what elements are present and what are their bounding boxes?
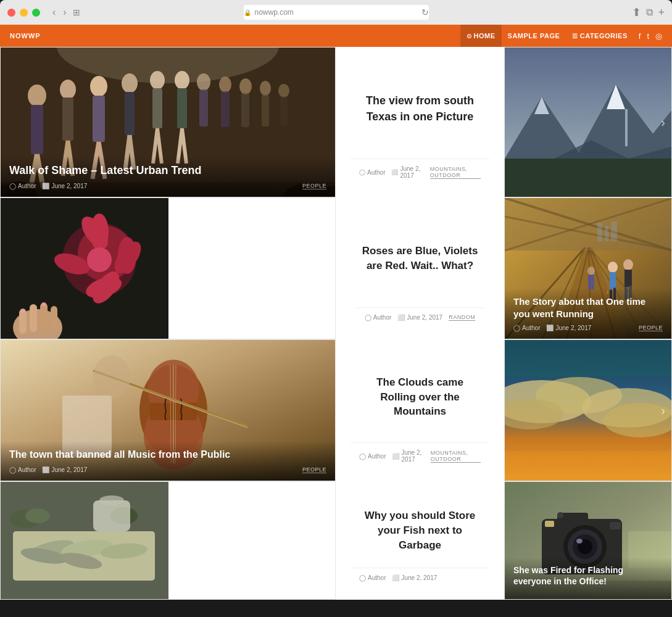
post-card-2[interactable]: The view from south Texas in one Picture… — [336, 47, 504, 197]
post-card-10[interactable] — [0, 481, 336, 600]
post-card-8[interactable]: The Clouds came Rolling over the Mountai… — [336, 339, 504, 481]
categories-icon: ☰ — [572, 33, 578, 39]
share-button[interactable]: ⬆ — [632, 6, 641, 19]
post-title-12: She was Fired for Flashing everyone in t… — [513, 565, 663, 587]
forward-button[interactable]: › — [60, 6, 68, 19]
post-category-6[interactable]: PEOPLE — [639, 325, 663, 331]
user-icon-11: ◯ — [359, 574, 366, 581]
refresh-icon[interactable]: ↻ — [421, 7, 429, 17]
close-button[interactable] — [7, 9, 15, 17]
post-title-11: Why you should Store your Fish next to G… — [360, 508, 479, 552]
post-author-1: ◯ Author — [9, 183, 36, 189]
minimize-button[interactable] — [20, 9, 28, 17]
browser-nav-arrows: ‹ › — [50, 6, 69, 19]
svg-rect-112 — [505, 340, 671, 377]
post-meta-2: ◯ Author ⬜ June 2, 2017 MOUNTAINS, OUTDO… — [359, 165, 481, 179]
post-category-7[interactable]: PEOPLE — [302, 466, 326, 473]
post-category-1[interactable]: PEOPLE — [302, 183, 326, 189]
post-author-11: ◯ Author — [359, 574, 386, 581]
calendar-icon-11: ⬜ — [392, 574, 399, 581]
window-chrome: ‹ › ⊞ 🔒 nowwp.com ↻ ⬆ ⧉ + — [0, 0, 672, 25]
svg-rect-27 — [199, 89, 208, 126]
tabs-button[interactable]: ⧉ — [646, 7, 653, 18]
nav-sample-page[interactable]: SAMPLE PAGE — [502, 25, 566, 47]
post-date-11: ⬜ June 2, 2017 — [392, 574, 437, 581]
new-tab-button[interactable]: + — [658, 6, 665, 19]
svg-point-56 — [118, 237, 136, 274]
svg-point-30 — [239, 78, 252, 94]
post-title-5: Roses are Blue, Violets are Red. Wait.. … — [360, 244, 479, 273]
maximize-button[interactable] — [32, 9, 40, 17]
post-card-9[interactable]: › — [504, 339, 672, 481]
post-overlay-7: The town that banned all Music from the … — [1, 441, 335, 481]
svg-point-135 — [557, 512, 563, 518]
svg-point-64 — [20, 308, 25, 312]
rss-icon[interactable]: ◎ — [655, 31, 662, 41]
svg-point-32 — [260, 81, 271, 96]
post-card-12[interactable]: She was Fired for Flashing everyone in t… — [504, 481, 672, 600]
sidebar-toggle-button[interactable]: ⊞ — [73, 7, 80, 17]
next-arrow-3[interactable]: › — [661, 115, 665, 130]
post-author-7: ◯ Author — [9, 466, 36, 473]
back-button[interactable]: ‹ — [50, 6, 58, 19]
post-title-1: Walk of Shame – Latest Urban Trend — [9, 164, 326, 178]
svg-point-26 — [197, 73, 210, 91]
user-icon-8: ◯ — [359, 453, 366, 460]
svg-rect-15 — [125, 92, 135, 135]
svg-point-2 — [28, 85, 46, 107]
post-card-7[interactable]: The town that banned all Music from the … — [0, 339, 336, 481]
post-category-2[interactable]: MOUNTAINS, OUTDOOR — [430, 166, 481, 179]
post-title-8: The Clouds came Rolling over the Mountai… — [360, 375, 479, 419]
calendar-icon-5: ⬜ — [397, 314, 405, 321]
post-category-5[interactable]: RANDOM — [449, 314, 475, 321]
post-card-3[interactable]: › — [504, 47, 672, 197]
svg-rect-19 — [152, 88, 162, 128]
twitter-icon[interactable]: t — [647, 31, 649, 41]
svg-rect-89 — [597, 223, 602, 241]
calendar-icon: ⬜ — [42, 183, 49, 189]
facebook-icon[interactable]: f — [639, 31, 641, 41]
svg-rect-60 — [19, 309, 27, 334]
post-author-6: ◯ Author — [513, 325, 540, 331]
post-card-1[interactable]: Walk of Shame – Latest Urban Trend ◯ Aut… — [0, 47, 336, 197]
post-date-5: ⬜ June 2, 2017 — [397, 314, 442, 321]
lock-icon: 🔒 — [244, 9, 251, 16]
svg-rect-31 — [241, 93, 249, 127]
post-date-6: ⬜ June 2, 2017 — [546, 325, 591, 331]
svg-rect-47 — [505, 159, 671, 197]
social-icons: f t ◎ — [639, 31, 662, 41]
post-date-7: ⬜ June 2, 2017 — [42, 466, 87, 473]
nav-items: ⊙ HOME SAMPLE PAGE ☰ CATEGORIES f t ◎ — [460, 25, 662, 47]
post-card-4[interactable] — [0, 197, 336, 339]
post-meta-8: ◯ Author ⬜ June 2, 2017 MOUNTAINS, OUTDO… — [359, 449, 481, 463]
post-author-8: ◯ Author — [359, 453, 386, 460]
svg-point-10 — [90, 76, 107, 97]
post-card-11[interactable]: Why you should Store your Fish next to G… — [336, 481, 504, 600]
posts-grid: Walk of Shame – Latest Urban Trend ◯ Aut… — [0, 47, 672, 600]
nav-home[interactable]: ⊙ HOME — [460, 25, 502, 47]
svg-point-125 — [99, 495, 124, 505]
svg-rect-90 — [605, 226, 608, 241]
svg-rect-84 — [624, 270, 632, 287]
svg-point-79 — [608, 262, 618, 273]
nav-categories[interactable]: ☰ CATEGORIES — [566, 25, 633, 47]
next-arrow-9[interactable]: › — [661, 404, 665, 418]
user-icon: ◯ — [9, 183, 16, 189]
svg-rect-3 — [31, 105, 43, 154]
address-bar[interactable]: 🔒 nowwp.com ↻ — [244, 5, 429, 20]
svg-point-132 — [576, 539, 583, 544]
calendar-icon-2: ⬜ — [391, 169, 398, 175]
svg-point-87 — [587, 267, 595, 275]
calendar-icon-8: ⬜ — [392, 453, 399, 460]
post-category-8[interactable]: MOUNTAINS, OUTDOOR — [431, 450, 481, 463]
site-logo[interactable]: NOWWP — [10, 32, 41, 39]
post-date-8: ⬜ June 2, 2017 — [392, 449, 424, 463]
svg-rect-62 — [40, 303, 48, 332]
post-overlay-6: The Story about that One time you went R… — [505, 288, 671, 339]
post-card-5[interactable]: Roses are Blue, Violets are Red. Wait.. … — [336, 197, 504, 339]
svg-rect-61 — [30, 304, 37, 332]
post-overlay-1: Walk of Shame – Latest Urban Trend ◯ Aut… — [1, 156, 335, 197]
post-card-6[interactable]: The Story about that One time you went R… — [504, 197, 672, 339]
svg-point-103 — [93, 355, 130, 399]
post-title-2: The view from south Texas in one Picture — [360, 93, 479, 124]
